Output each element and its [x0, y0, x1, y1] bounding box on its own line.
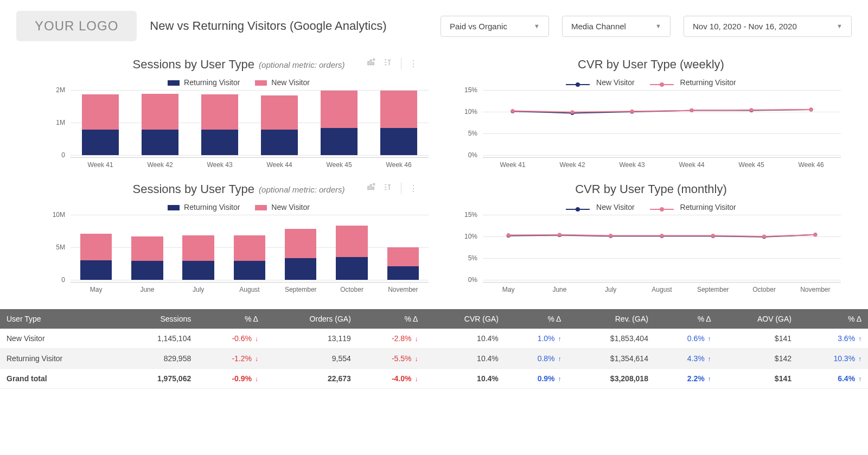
chart-cvr-weekly: CVR by User Type (weekly) New Visitor Re…	[445, 52, 857, 177]
svg-rect-1	[371, 60, 372, 65]
bar	[142, 94, 178, 155]
bar	[387, 247, 419, 280]
chart-options-icon[interactable]	[366, 182, 376, 194]
table-header: AOV (GA)	[718, 309, 798, 329]
bar	[336, 226, 367, 280]
bar-chart-weekly: 01M2M Week 41Week 42Week 43Week 44Week 4…	[43, 90, 434, 171]
svg-point-10	[511, 109, 515, 113]
table-header: % Δ	[197, 309, 265, 329]
chart-legend: New Visitor Returning Visitor	[456, 78, 846, 87]
table-header: Sessions	[118, 309, 197, 329]
line-chart-monthly: 0%5%10%15%MayJuneJulyAugustSeptemberOcto…	[456, 215, 846, 296]
more-icon[interactable]: ⋮	[409, 183, 418, 194]
separator	[401, 182, 401, 194]
legend-new: New Visitor	[255, 78, 310, 87]
chart-sessions-weekly: Sessions by User Type (optional metric: …	[33, 52, 445, 177]
legend-returning-line: Returning Visitor	[650, 203, 736, 212]
bar	[82, 94, 119, 155]
chevron-down-icon: ▼	[534, 23, 540, 29]
chart-title: CVR by User Type (weekly)	[578, 57, 724, 72]
legend-returning: Returning Visitor	[168, 78, 240, 87]
chart-legend: Returning Visitor New Visitor	[43, 78, 434, 87]
chart-legend: Returning Visitor New Visitor	[43, 203, 434, 212]
legend-returning: Returning Visitor	[168, 203, 240, 212]
bar	[285, 229, 316, 280]
svg-point-14	[750, 108, 754, 112]
chart-subtitle: (optional metric: orders)	[259, 185, 344, 194]
svg-point-32	[762, 235, 766, 239]
bar	[80, 234, 112, 280]
table-header: Orders (GA)	[265, 309, 358, 329]
chevron-down-icon: ▼	[655, 23, 661, 29]
svg-rect-18	[373, 187, 374, 190]
sort-icon[interactable]	[384, 57, 393, 69]
legend-returning-line: Returning Visitor	[650, 78, 736, 87]
dropdown-date-range[interactable]: Nov 10, 2020 - Nov 16, 2020 ▼	[684, 16, 852, 37]
table-row: Grand total1,975,062-0.9% ↓22,673-4.0% ↓…	[0, 369, 868, 389]
svg-point-33	[813, 233, 817, 236]
svg-point-29	[609, 234, 612, 238]
bar	[234, 235, 265, 280]
table-header: CVR (GA)	[424, 309, 505, 329]
svg-point-13	[690, 108, 694, 112]
dropdown-label: Nov 10, 2020 - Nov 16, 2020	[693, 22, 797, 31]
bar	[182, 235, 214, 280]
chart-toolbar: ⋮	[366, 57, 418, 69]
bar	[201, 94, 238, 155]
table-header: % Δ	[358, 309, 425, 329]
dropdown-media-channel[interactable]: Media Channel ▼	[562, 16, 671, 37]
chart-options-icon[interactable]	[366, 57, 376, 69]
header: YOUR LOGO New vs Returning Visitors (Goo…	[0, 0, 868, 47]
chart-sessions-monthly: Sessions by User Type (optional metric: …	[33, 177, 445, 302]
table-header: % Δ	[798, 309, 868, 329]
charts-grid: Sessions by User Type (optional metric: …	[0, 47, 868, 302]
bar	[261, 95, 298, 155]
line-chart-weekly: 0%5%10%15%Week 41Week 42Week 43Week 44We…	[456, 90, 846, 171]
svg-point-3	[373, 59, 375, 60]
table-header: % Δ	[655, 309, 718, 329]
svg-point-19	[373, 183, 375, 185]
chevron-down-icon: ▼	[837, 23, 843, 29]
summary-table: User TypeSessions% ΔOrders (GA)% ΔCVR (G…	[0, 309, 868, 389]
bar	[321, 91, 358, 155]
sort-icon[interactable]	[384, 182, 393, 194]
bar	[380, 91, 417, 155]
svg-point-28	[558, 233, 561, 236]
svg-rect-2	[373, 62, 374, 65]
chart-title: Sessions by User Type	[133, 182, 255, 196]
svg-point-12	[630, 110, 634, 113]
dropdown-paid-organic[interactable]: Paid vs Organic ▼	[441, 16, 549, 37]
chart-title: Sessions by User Type	[133, 57, 255, 72]
chart-subtitle: (optional metric: orders)	[259, 60, 344, 69]
svg-point-30	[660, 234, 664, 238]
page-title: New vs Returning Visitors (Google Analyt…	[150, 19, 386, 33]
legend-new-line: New Visitor	[566, 78, 634, 87]
legend-new: New Visitor	[255, 203, 310, 212]
table-header: User Type	[0, 309, 118, 329]
dropdown-label: Media Channel	[571, 22, 626, 31]
separator	[401, 57, 401, 69]
dropdown-label: Paid vs Organic	[450, 22, 507, 31]
svg-rect-0	[368, 62, 369, 65]
logo: YOUR LOGO	[16, 11, 137, 41]
svg-rect-16	[368, 187, 369, 190]
chart-toolbar: ⋮	[366, 182, 418, 194]
svg-point-15	[809, 108, 813, 112]
svg-point-27	[507, 233, 510, 237]
bar-chart-monthly: 05M10M MayJuneJulyAugustSeptemberOctober…	[43, 215, 434, 296]
chart-cvr-monthly: CVR by User Type (monthly) New Visitor R…	[445, 177, 857, 302]
legend-new-line: New Visitor	[566, 203, 634, 212]
more-icon[interactable]: ⋮	[409, 59, 418, 69]
svg-point-11	[571, 110, 575, 114]
bar	[131, 236, 163, 280]
svg-rect-17	[371, 185, 372, 190]
chart-legend: New Visitor Returning Visitor	[456, 203, 846, 212]
chart-title: CVR by User Type (monthly)	[575, 182, 727, 196]
table-header: % Δ	[505, 309, 568, 329]
table-header: Rev. (GA)	[567, 309, 654, 329]
table-row: New Visitor1,145,104-0.6% ↓13,119-2.8% ↓…	[0, 329, 868, 349]
table-row: Returning Visitor829,958-1.2% ↓9,554-5.5…	[0, 349, 868, 369]
svg-point-31	[711, 234, 715, 238]
